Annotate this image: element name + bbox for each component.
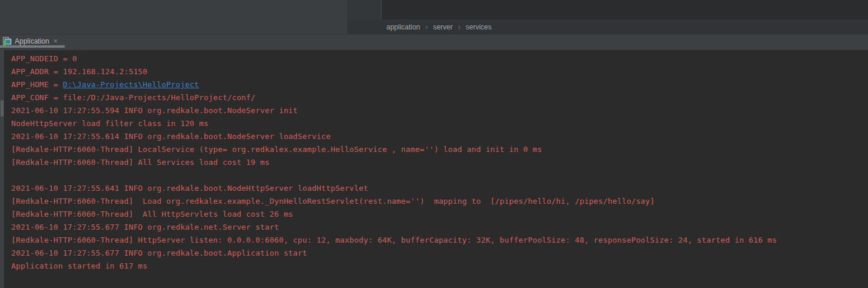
console-line: [Redkale-HTTP:6060-Thread] LocalService … bbox=[11, 143, 868, 156]
active-tab-underline bbox=[0, 45, 65, 48]
log-text: NodeHttpServer load filter class in 120 … bbox=[11, 119, 208, 128]
console-line: 2021-06-10 17:27:55.594 INFO org.redkale… bbox=[11, 104, 868, 117]
console-line: APP_NODEID = 0 bbox=[11, 52, 868, 65]
console-line: Application started in 617 ms bbox=[11, 260, 868, 273]
editor-gutter-strip bbox=[347, 0, 381, 19]
log-text: APP_CONF = file:/D:/Java-Projects/HelloP… bbox=[11, 93, 256, 102]
console-line bbox=[11, 169, 868, 182]
log-text: APP_ADDR = 192.168.124.2:5150 bbox=[11, 67, 147, 76]
log-text: 2021-06-10 17:27:55.614 INFO org.redkale… bbox=[11, 132, 330, 141]
console-line: [Redkale-HTTP:6060-Thread] HttpServer li… bbox=[11, 234, 868, 247]
breadcrumb-item-server[interactable]: server bbox=[433, 23, 452, 31]
log-text: [Redkale-HTTP:6060-Thread] All HttpServl… bbox=[11, 210, 293, 219]
tab-application-label: Application bbox=[15, 37, 49, 45]
breadcrumb-item-services[interactable]: services bbox=[466, 23, 492, 31]
breadcrumb: application › server › services bbox=[347, 19, 868, 34]
log-text: APP_HOME = bbox=[11, 80, 63, 89]
editor-pane-left bbox=[0, 0, 347, 34]
log-text: 2021-06-10 17:27:55.594 INFO org.redkale… bbox=[11, 106, 298, 115]
console-line: 2021-06-10 17:27:55.677 INFO org.redkale… bbox=[11, 221, 868, 234]
log-text: 2021-06-10 17:27:55.641 INFO org.redkale… bbox=[11, 184, 368, 193]
console-line: NodeHttpServer load filter class in 120 … bbox=[11, 117, 868, 130]
log-text: APP_NODEID = 0 bbox=[11, 54, 77, 63]
console-line: APP_CONF = file:/D:/Java-Projects/HelloP… bbox=[11, 91, 868, 104]
log-text: [Redkale-HTTP:6060-Thread] All Services … bbox=[11, 158, 270, 167]
run-tab-bar: Application × bbox=[0, 34, 868, 50]
console-log-lines: APP_NODEID = 0APP_ADDR = 192.168.124.2:5… bbox=[0, 52, 868, 273]
log-text: 2021-06-10 17:27:55.677 INFO org.redkale… bbox=[11, 249, 307, 257]
chevron-right-icon: › bbox=[425, 23, 428, 31]
log-text: [Redkale-HTTP:6060-Thread] HttpServer li… bbox=[11, 236, 777, 244]
file-path-link[interactable]: D:\Java-Projects\HelloProject bbox=[63, 80, 199, 89]
console-line: [Redkale-HTTP:6060-Thread] Load org.redk… bbox=[11, 195, 868, 208]
log-text: [Redkale-HTTP:6060-Thread] LocalService … bbox=[11, 145, 542, 154]
run-console-icon bbox=[2, 37, 12, 46]
console-line: [Redkale-HTTP:6060-Thread] All Services … bbox=[11, 156, 868, 169]
ide-run-window: application › server › services Applicat… bbox=[0, 0, 868, 288]
breadcrumb-item-application[interactable]: application bbox=[386, 23, 420, 31]
chevron-right-icon: › bbox=[458, 23, 460, 31]
editor-pane-right bbox=[381, 0, 868, 19]
console-output: APP_NODEID = 0APP_ADDR = 192.168.124.2:5… bbox=[0, 50, 868, 288]
console-line: APP_HOME = D:\Java-Projects\HelloProject bbox=[11, 78, 868, 91]
console-line: 2021-06-10 17:27:55.677 INFO org.redkale… bbox=[11, 247, 868, 260]
console-line: 2021-06-10 17:27:55.614 INFO org.redkale… bbox=[11, 130, 868, 143]
close-icon[interactable]: × bbox=[54, 38, 58, 45]
console-line: [Redkale-HTTP:6060-Thread] All HttpServl… bbox=[11, 208, 868, 221]
log-text: Application started in 617 ms bbox=[11, 261, 147, 270]
console-line: APP_ADDR = 192.168.124.2:5150 bbox=[11, 65, 868, 78]
log-text: 2021-06-10 17:27:55.677 INFO org.redkale… bbox=[11, 223, 279, 231]
log-text: [Redkale-HTTP:6060-Thread] Load org.redk… bbox=[11, 197, 655, 206]
console-line: 2021-06-10 17:27:55.641 INFO org.redkale… bbox=[11, 182, 868, 195]
